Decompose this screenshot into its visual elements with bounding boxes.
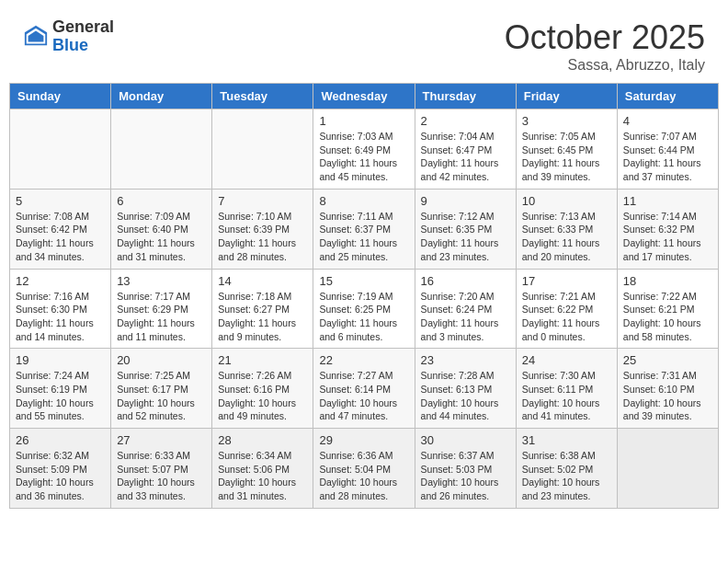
day-info: Sunrise: 6:32 AM Sunset: 5:09 PM Dayligh… [16,449,105,503]
calendar-week-row: 26Sunrise: 6:32 AM Sunset: 5:09 PM Dayli… [10,429,719,509]
day-cell: 17Sunrise: 7:21 AM Sunset: 6:22 PM Dayli… [516,269,617,349]
logo-text: General Blue [52,18,114,55]
day-number: 25 [623,353,712,367]
day-cell: 20Sunrise: 7:25 AM Sunset: 6:17 PM Dayli… [111,349,212,429]
day-number: 3 [522,114,611,128]
day-cell: 7Sunrise: 7:10 AM Sunset: 6:39 PM Daylig… [212,189,313,269]
day-number: 9 [421,194,510,208]
day-number: 4 [623,114,712,128]
day-info: Sunrise: 7:10 AM Sunset: 6:39 PM Dayligh… [218,210,307,264]
day-cell: 1Sunrise: 7:03 AM Sunset: 6:49 PM Daylig… [313,109,415,190]
day-cell: 16Sunrise: 7:20 AM Sunset: 6:24 PM Dayli… [415,269,516,349]
day-info: Sunrise: 6:33 AM Sunset: 5:07 PM Dayligh… [117,449,206,503]
day-cell: 8Sunrise: 7:11 AM Sunset: 6:37 PM Daylig… [313,189,415,269]
empty-day-cell [617,429,718,509]
day-info: Sunrise: 7:13 AM Sunset: 6:33 PM Dayligh… [522,210,611,264]
day-cell: 3Sunrise: 7:05 AM Sunset: 6:45 PM Daylig… [516,109,617,190]
day-info: Sunrise: 7:14 AM Sunset: 6:32 PM Dayligh… [623,210,712,264]
day-info: Sunrise: 7:09 AM Sunset: 6:40 PM Dayligh… [117,210,206,264]
page-header: General Blue October 2025 Sassa, Abruzzo… [9,9,719,78]
day-info: Sunrise: 7:25 AM Sunset: 6:17 PM Dayligh… [117,369,206,423]
day-info: Sunrise: 6:38 AM Sunset: 5:02 PM Dayligh… [522,449,611,503]
day-cell: 25Sunrise: 7:31 AM Sunset: 6:10 PM Dayli… [617,349,718,429]
day-cell: 14Sunrise: 7:18 AM Sunset: 6:27 PM Dayli… [212,269,313,349]
day-number: 23 [421,353,510,367]
day-cell: 6Sunrise: 7:09 AM Sunset: 6:40 PM Daylig… [111,189,212,269]
day-info: Sunrise: 6:34 AM Sunset: 5:06 PM Dayligh… [218,449,307,503]
day-number: 7 [218,194,307,208]
calendar-week-row: 19Sunrise: 7:24 AM Sunset: 6:19 PM Dayli… [10,349,719,429]
calendar-week-row: 12Sunrise: 7:16 AM Sunset: 6:30 PM Dayli… [10,269,719,349]
day-cell: 9Sunrise: 7:12 AM Sunset: 6:35 PM Daylig… [415,189,516,269]
location-subtitle: Sassa, Abruzzo, Italy [505,57,705,74]
day-cell: 29Sunrise: 6:36 AM Sunset: 5:04 PM Dayli… [313,429,415,509]
day-cell: 15Sunrise: 7:19 AM Sunset: 6:25 PM Dayli… [313,269,415,349]
day-info: Sunrise: 7:03 AM Sunset: 6:49 PM Dayligh… [319,130,408,184]
day-info: Sunrise: 7:28 AM Sunset: 6:13 PM Dayligh… [421,369,510,423]
day-cell: 13Sunrise: 7:17 AM Sunset: 6:29 PM Dayli… [111,269,212,349]
day-number: 2 [421,114,510,128]
logo-general-text: General [52,18,114,37]
day-number: 29 [319,433,408,447]
day-info: Sunrise: 7:21 AM Sunset: 6:22 PM Dayligh… [522,290,611,344]
day-cell: 27Sunrise: 6:33 AM Sunset: 5:07 PM Dayli… [111,429,212,509]
calendar-week-row: 5Sunrise: 7:08 AM Sunset: 6:42 PM Daylig… [10,189,719,269]
day-number: 20 [117,353,206,367]
day-header-friday: Friday [516,84,617,109]
day-number: 22 [319,353,408,367]
calendar-table: SundayMondayTuesdayWednesdayThursdayFrid… [9,83,719,509]
day-info: Sunrise: 7:20 AM Sunset: 6:24 PM Dayligh… [421,290,510,344]
day-info: Sunrise: 7:26 AM Sunset: 6:16 PM Dayligh… [218,369,307,423]
day-cell: 5Sunrise: 7:08 AM Sunset: 6:42 PM Daylig… [10,189,111,269]
day-info: Sunrise: 7:07 AM Sunset: 6:44 PM Dayligh… [623,130,712,184]
day-info: Sunrise: 7:27 AM Sunset: 6:14 PM Dayligh… [319,369,408,423]
day-info: Sunrise: 7:24 AM Sunset: 6:19 PM Dayligh… [16,369,105,423]
day-number: 10 [522,194,611,208]
day-number: 21 [218,353,307,367]
day-cell: 30Sunrise: 6:37 AM Sunset: 5:03 PM Dayli… [415,429,516,509]
calendar-header-row: SundayMondayTuesdayWednesdayThursdayFrid… [10,84,719,109]
day-header-wednesday: Wednesday [313,84,415,109]
day-number: 12 [16,274,105,288]
day-header-tuesday: Tuesday [212,84,313,109]
day-number: 14 [218,274,307,288]
logo: General Blue [23,18,114,55]
day-info: Sunrise: 7:30 AM Sunset: 6:11 PM Dayligh… [522,369,611,423]
day-cell: 2Sunrise: 7:04 AM Sunset: 6:47 PM Daylig… [415,109,516,190]
day-cell: 11Sunrise: 7:14 AM Sunset: 6:32 PM Dayli… [617,189,718,269]
day-info: Sunrise: 6:36 AM Sunset: 5:04 PM Dayligh… [319,449,408,503]
day-cell: 24Sunrise: 7:30 AM Sunset: 6:11 PM Dayli… [516,349,617,429]
month-title: October 2025 [505,18,705,57]
day-cell: 19Sunrise: 7:24 AM Sunset: 6:19 PM Dayli… [10,349,111,429]
empty-day-cell [10,109,111,190]
day-cell: 31Sunrise: 6:38 AM Sunset: 5:02 PM Dayli… [516,429,617,509]
day-number: 11 [623,194,712,208]
calendar-week-row: 1Sunrise: 7:03 AM Sunset: 6:49 PM Daylig… [10,109,719,190]
day-cell: 12Sunrise: 7:16 AM Sunset: 6:30 PM Dayli… [10,269,111,349]
day-number: 8 [319,194,408,208]
day-number: 6 [117,194,206,208]
day-header-sunday: Sunday [10,84,111,109]
logo-blue-text: Blue [52,37,114,55]
day-info: Sunrise: 7:04 AM Sunset: 6:47 PM Dayligh… [421,130,510,184]
day-number: 27 [117,433,206,447]
day-info: Sunrise: 7:12 AM Sunset: 6:35 PM Dayligh… [421,210,510,264]
day-header-saturday: Saturday [617,84,718,109]
title-area: October 2025 Sassa, Abruzzo, Italy [505,18,705,74]
empty-day-cell [212,109,313,190]
day-number: 16 [421,274,510,288]
day-info: Sunrise: 7:05 AM Sunset: 6:45 PM Dayligh… [522,130,611,184]
day-number: 28 [218,433,307,447]
day-info: Sunrise: 7:17 AM Sunset: 6:29 PM Dayligh… [117,290,206,344]
day-info: Sunrise: 7:11 AM Sunset: 6:37 PM Dayligh… [319,210,408,264]
day-cell: 26Sunrise: 6:32 AM Sunset: 5:09 PM Dayli… [10,429,111,509]
day-cell: 4Sunrise: 7:07 AM Sunset: 6:44 PM Daylig… [617,109,718,190]
day-number: 24 [522,353,611,367]
day-info: Sunrise: 7:31 AM Sunset: 6:10 PM Dayligh… [623,369,712,423]
day-number: 19 [16,353,105,367]
day-number: 26 [16,433,105,447]
day-info: Sunrise: 7:22 AM Sunset: 6:21 PM Dayligh… [623,290,712,344]
day-info: Sunrise: 7:18 AM Sunset: 6:27 PM Dayligh… [218,290,307,344]
day-number: 30 [421,433,510,447]
day-cell: 28Sunrise: 6:34 AM Sunset: 5:06 PM Dayli… [212,429,313,509]
